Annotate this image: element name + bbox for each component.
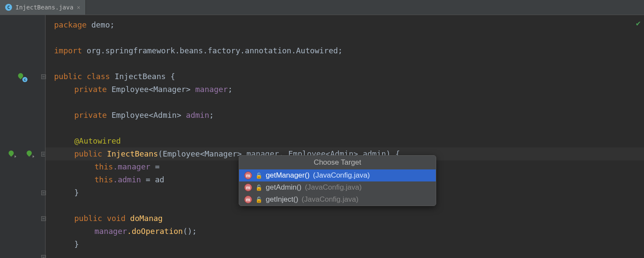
close-tab-icon[interactable]: × xyxy=(77,4,80,11)
code-line: } xyxy=(46,238,644,251)
code-editor[interactable]: ✔ package demo; import org.springframewo… xyxy=(45,15,644,258)
spring-bean-class-icon[interactable]: c xyxy=(17,73,25,80)
code-line xyxy=(46,31,644,44)
spring-nav-icon-2[interactable] xyxy=(26,150,33,158)
code-line: private Employee<Manager> manager; xyxy=(46,83,644,96)
popup-method-name: getManager() xyxy=(266,171,310,180)
popup-title: Choose Target xyxy=(239,156,436,169)
code-line xyxy=(46,57,644,70)
popup-location: (JavaConfig.java) xyxy=(313,171,370,180)
popup-location: (JavaConfig.java) xyxy=(302,195,358,204)
method-icon: m xyxy=(244,184,252,191)
choose-target-popup: Choose Target m 🔓 getManager() (JavaConf… xyxy=(239,155,436,206)
code-line xyxy=(46,96,644,109)
code-line: public void doManag xyxy=(46,212,644,225)
popup-item-getadmin[interactable]: m 🔓 getAdmin() (JavaConfig.java) xyxy=(239,181,436,194)
code-line xyxy=(46,122,644,135)
popup-method-name: getAdmin() xyxy=(266,183,301,192)
gutter: c − − − − − xyxy=(0,15,45,258)
method-icon: m xyxy=(244,196,252,203)
unlock-icon: 🔓 xyxy=(255,197,262,203)
method-icon: m xyxy=(244,172,252,179)
code-line: public class InjectBeans { xyxy=(46,70,644,83)
code-line: @Autowired xyxy=(46,135,644,147)
code-line: import org.springframework.beans.factory… xyxy=(46,44,644,57)
popup-location: (JavaConfig.java) xyxy=(305,183,361,192)
code-line: package demo; xyxy=(46,18,644,31)
editor-area: c − − − − − ✔ package demo; import org.s… xyxy=(0,15,644,258)
spring-nav-icon[interactable] xyxy=(8,150,15,158)
code-line: private Employee<Admin> admin; xyxy=(46,109,644,122)
file-tab[interactable]: C InjectBeans.java × xyxy=(0,0,86,15)
unlock-icon: 🔓 xyxy=(255,184,262,191)
popup-method-name: getInject() xyxy=(266,195,298,204)
popup-item-getinject[interactable]: m 🔓 getInject() (JavaConfig.java) xyxy=(239,194,436,206)
tab-bar: C InjectBeans.java × xyxy=(0,0,644,15)
class-file-icon: C xyxy=(5,4,12,11)
unlock-icon: 🔓 xyxy=(255,172,262,179)
tab-label: InjectBeans.java xyxy=(15,4,73,11)
code-line: manager.doOperation(); xyxy=(46,225,644,238)
popup-item-getmanager[interactable]: m 🔓 getManager() (JavaConfig.java) xyxy=(239,169,436,181)
